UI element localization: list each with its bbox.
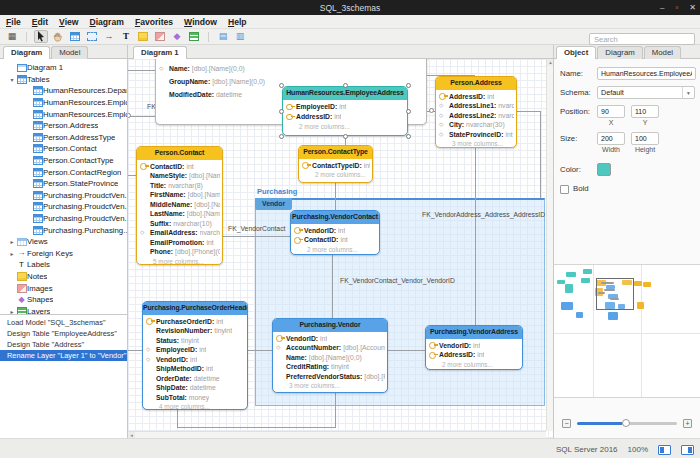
maximize-icon[interactable]: ▫	[675, 3, 678, 12]
shape-tool-icon[interactable]: ◆	[170, 30, 184, 43]
sidebar-item-layers[interactable]: ▸Layers	[0, 305, 127, 314]
history-item[interactable]: Rename Layer "Layer 1" to "Vendor"	[0, 350, 127, 361]
hand-tool-icon[interactable]	[51, 30, 65, 43]
layers-tool-icon[interactable]	[187, 30, 201, 43]
entity-person-contacttype[interactable]: Person.ContactTypeContactTypeID:int2 mor…	[298, 145, 373, 183]
minimap[interactable]	[554, 264, 700, 398]
menu-view[interactable]: View	[59, 17, 78, 27]
menu-diagram[interactable]: Diagram	[89, 17, 123, 27]
minimize-icon[interactable]: –	[660, 3, 664, 12]
vertical-scrollbar[interactable]: ▴	[546, 59, 553, 431]
entity-purchasing-vendor[interactable]: Purchasing.VendorVendorID:int◇AccountNum…	[272, 318, 388, 393]
tab-diagram-props[interactable]: Diagram	[597, 46, 642, 59]
sidebar-item-humanresources-depar-[interactable]: HumanResources.Depar...	[0, 85, 127, 97]
selection-handle[interactable]	[343, 83, 348, 88]
entity-humanresources-employeeaddress[interactable]: HumanResources.EmployeeAddressEmployeeID…	[282, 86, 408, 136]
sidebar-item-views[interactable]: ▸Views	[0, 236, 127, 248]
entity-person-address[interactable]: Person.AddressAddressID:int◇AddressLine1…	[435, 76, 517, 148]
selection-handle[interactable]	[406, 83, 411, 88]
zoom-out-icon[interactable]: −	[562, 419, 571, 428]
menu-favorites[interactable]: Favorites	[135, 17, 173, 27]
sidebar-item-labels[interactable]: TLabels	[0, 259, 127, 271]
sidebar-item-person-contactregion[interactable]: Person.ContactRegion	[0, 166, 127, 178]
sidebar-item-person-contact[interactable]: Person.Contact	[0, 143, 127, 155]
sidebar-item-notes[interactable]: Notes	[0, 271, 127, 283]
position-y-field[interactable]	[631, 105, 659, 118]
size-height-field[interactable]	[631, 132, 659, 145]
sidebar-item-person-addresstype[interactable]: Person.AddressType	[0, 132, 127, 144]
history-item[interactable]: Load Model "SQL_3schemas"	[0, 317, 127, 328]
diagram-canvas[interactable]: ▴ ◂ PurchasingVendorFK_EmployeeAddress_E…	[128, 59, 553, 438]
search-input[interactable]	[589, 33, 695, 45]
entity-person-contact[interactable]: Person.ContactContactID:intNameStyle:[db…	[136, 146, 223, 265]
entity-purchasing-vendoraddress[interactable]: Purchasing.VendorAddressVendorID:intAddr…	[425, 325, 523, 370]
sidebar-item-humanresources-emplo-[interactable]: HumanResources.Emplo...	[0, 97, 127, 109]
zoom-slider[interactable]	[577, 422, 677, 425]
bold-checkbox[interactable]	[560, 185, 569, 194]
entity-purchasing-purchaseorderheader[interactable]: Purchasing.PurchaseOrderHeaderPurchaseOr…	[142, 301, 248, 410]
tab-model[interactable]: Model	[51, 46, 88, 59]
selection-handle[interactable]	[279, 83, 284, 88]
label-tool-icon[interactable]: T	[119, 30, 133, 43]
disclosure-icon[interactable]: ▸	[8, 250, 16, 257]
tab-diagram[interactable]: Diagram	[3, 46, 50, 59]
column-row: ContactTypeID:int	[302, 161, 370, 171]
sidebar-item-person-stateprovince[interactable]: Person.StateProvince	[0, 178, 127, 190]
foreign-key-icon[interactable]: →	[102, 30, 116, 43]
menu-file[interactable]: File	[6, 17, 21, 27]
selection-handle[interactable]	[279, 134, 284, 139]
color-swatch[interactable]	[597, 163, 611, 176]
sidebar-item-shapes[interactable]: ◆Shapes	[0, 294, 127, 306]
sidebar-item-purchasing-proudctven-[interactable]: Purchasing.ProudctVen...	[0, 190, 127, 202]
selection-handle[interactable]	[279, 109, 284, 114]
position-x-field[interactable]	[597, 105, 625, 118]
new-layer-icon[interactable]	[85, 30, 99, 43]
minimap-viewport[interactable]	[596, 278, 634, 310]
new-table-icon[interactable]	[68, 30, 82, 43]
sidebar-item-foreign-keys[interactable]: ▸→Foreign Keys	[0, 248, 127, 260]
column-type: [dbo].[Name](0,0)	[192, 62, 245, 75]
name-field[interactable]	[597, 67, 696, 80]
history-item[interactable]: Design Table "EmployeeAddress"	[0, 328, 127, 339]
tab-object[interactable]: Object	[556, 46, 596, 59]
toggle-inspector-icon[interactable]	[681, 445, 694, 455]
history-item[interactable]: Design Table "Address"	[0, 339, 127, 350]
menu-edit[interactable]: Edit	[32, 17, 48, 27]
menu-window[interactable]: Window	[184, 17, 217, 27]
zoom-in-icon[interactable]: +	[683, 419, 692, 428]
size-width-field[interactable]	[597, 132, 625, 145]
toggle-sidebar-icon[interactable]	[658, 445, 671, 455]
close-icon[interactable]: ✕	[689, 3, 696, 12]
menu-help[interactable]: Help	[228, 17, 247, 27]
selection-handle[interactable]	[406, 134, 411, 139]
sidebar-item-purchasing-proudctven-[interactable]: Purchasing.ProudctVen...	[0, 213, 127, 225]
schema-select[interactable]: Default ▾	[597, 86, 695, 99]
sidebar-item-tables[interactable]: ▾Tables	[0, 74, 127, 86]
sidebar-item-person-contacttype[interactable]: Person.ContactType	[0, 155, 127, 167]
entity-purchasing-vendorcontact[interactable]: Purchasing.VendorContactVendorID:intCont…	[290, 210, 380, 255]
selection-handle[interactable]	[406, 109, 411, 114]
scroll-left-icon[interactable]: ◂	[128, 432, 135, 438]
entity-title: Purchasing.Vendor	[273, 319, 387, 332]
tab-model-props[interactable]: Model	[644, 46, 681, 59]
disclosure-icon[interactable]: ▸	[8, 238, 16, 245]
scroll-up-icon[interactable]: ▴	[547, 59, 553, 66]
selection-handle[interactable]	[343, 134, 348, 139]
image-tool-icon[interactable]	[153, 30, 167, 43]
sidebar-item-humanresources-emplo-[interactable]: HumanResources.Emplo...	[0, 108, 127, 120]
note-tool-icon[interactable]	[136, 30, 150, 43]
sidebar-item-person-address[interactable]: Person.Address	[0, 120, 127, 132]
cursor-tool-icon[interactable]	[34, 30, 48, 43]
save-icon[interactable]: ▦	[5, 30, 19, 43]
disclosure-icon[interactable]: ▾	[8, 76, 16, 83]
print-preview-icon[interactable]: ▥	[233, 30, 247, 43]
sidebar-item-purchasing-proudctven-[interactable]: Purchasing.ProudctVen...	[0, 201, 127, 213]
export-model-icon[interactable]: ▤	[216, 30, 230, 43]
zoom-slider-knob[interactable]	[622, 419, 630, 427]
tab-diagram-1[interactable]: Diagram 1	[133, 46, 187, 59]
sidebar-item-diagram-1[interactable]: Diagram 1	[0, 62, 127, 74]
horizontal-scrollbar[interactable]: ◂	[128, 431, 546, 438]
sidebar-item-images[interactable]: Images	[0, 282, 127, 294]
sidebar-item-purchasing-purchasing-[interactable]: Purchasing.Purchasing...	[0, 224, 127, 236]
layer-name-tab[interactable]: Vendor	[255, 198, 292, 210]
